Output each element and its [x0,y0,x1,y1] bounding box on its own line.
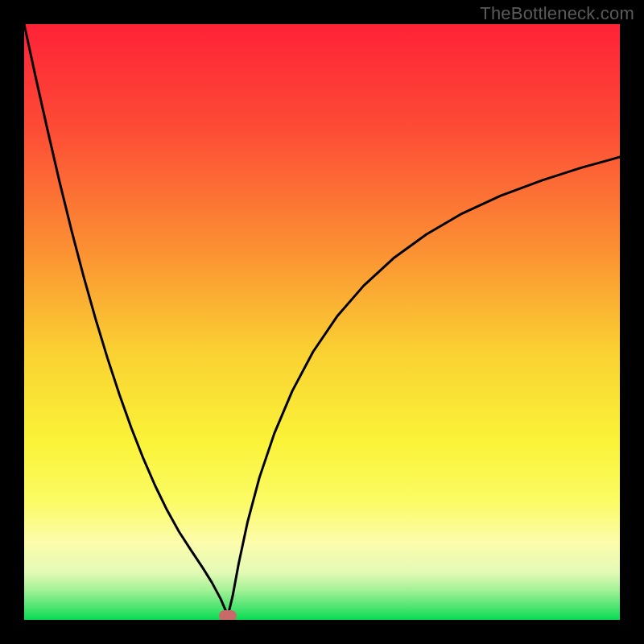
minimum-marker [219,610,237,620]
watermark-text: TheBottleneck.com [480,3,634,24]
bottleneck-curve [24,24,620,616]
curve-layer [24,24,620,620]
chart-plot-area [24,24,620,620]
